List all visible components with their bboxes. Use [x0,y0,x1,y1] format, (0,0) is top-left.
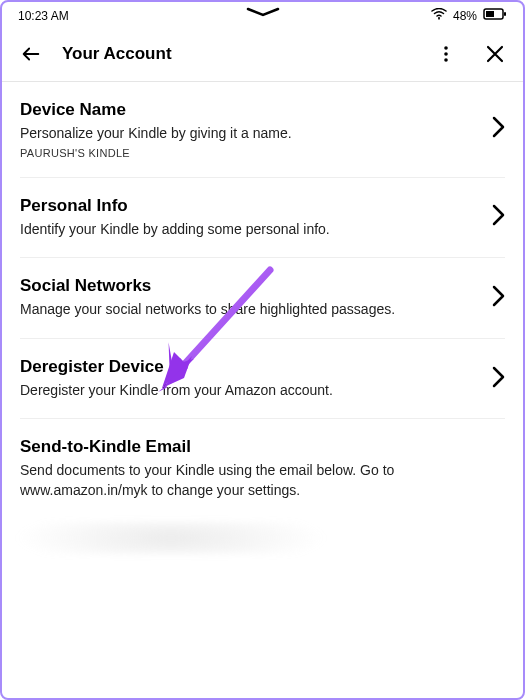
header-actions [433,40,509,68]
item-send-to-kindle-email[interactable]: Send-to-Kindle Email Send documents to y… [20,419,505,518]
status-right: 48% [431,8,507,23]
item-desc: Send documents to your Kindle using the … [20,461,505,500]
item-desc: Deregister your Kindle from your Amazon … [20,381,480,401]
page-title: Your Account [62,44,417,64]
chevron-right-icon [492,366,505,392]
svg-rect-2 [504,12,506,16]
chevron-right-icon [492,116,505,142]
item-desc: Personalize your Kindle by giving it a n… [20,124,480,144]
item-desc: Manage your social networks to share hig… [20,300,480,320]
svg-point-6 [444,58,448,62]
item-social-networks[interactable]: Social Networks Manage your social netwo… [20,258,505,339]
close-button[interactable] [481,40,509,68]
svg-rect-3 [486,11,494,17]
more-options-button[interactable] [433,41,459,67]
item-title: Device Name [20,100,480,120]
chevron-right-icon [492,204,505,230]
battery-percent: 48% [453,9,477,23]
chevron-right-icon [492,285,505,311]
item-deregister-device[interactable]: Deregister Device Deregister your Kindle… [20,339,505,420]
wifi-icon [431,8,447,23]
item-title: Social Networks [20,276,480,296]
item-title: Send-to-Kindle Email [20,437,505,457]
svg-point-0 [438,17,440,19]
drag-handle-icon[interactable] [246,6,280,20]
redaction-smudge [16,522,326,554]
item-text: Send-to-Kindle Email Send documents to y… [20,437,505,500]
item-title: Personal Info [20,196,480,216]
item-subtext: PAURUSH'S KINDLE [20,147,480,159]
item-personal-info[interactable]: Personal Info Identify your Kindle by ad… [20,178,505,259]
item-text: Device Name Personalize your Kindle by g… [20,100,480,159]
item-desc: Identify your Kindle by adding some pers… [20,220,480,240]
back-button[interactable] [16,39,46,69]
battery-icon [483,8,507,23]
item-title: Deregister Device [20,357,480,377]
item-device-name[interactable]: Device Name Personalize your Kindle by g… [20,82,505,178]
header: Your Account [2,27,523,82]
item-text: Deregister Device Deregister your Kindle… [20,357,480,401]
status-bar: 10:23 AM 48% [2,2,523,27]
status-time: 10:23 AM [18,9,69,23]
item-text: Social Networks Manage your social netwo… [20,276,480,320]
settings-list: Device Name Personalize your Kindle by g… [2,82,523,519]
svg-point-4 [444,46,448,50]
svg-point-5 [444,52,448,56]
item-text: Personal Info Identify your Kindle by ad… [20,196,480,240]
